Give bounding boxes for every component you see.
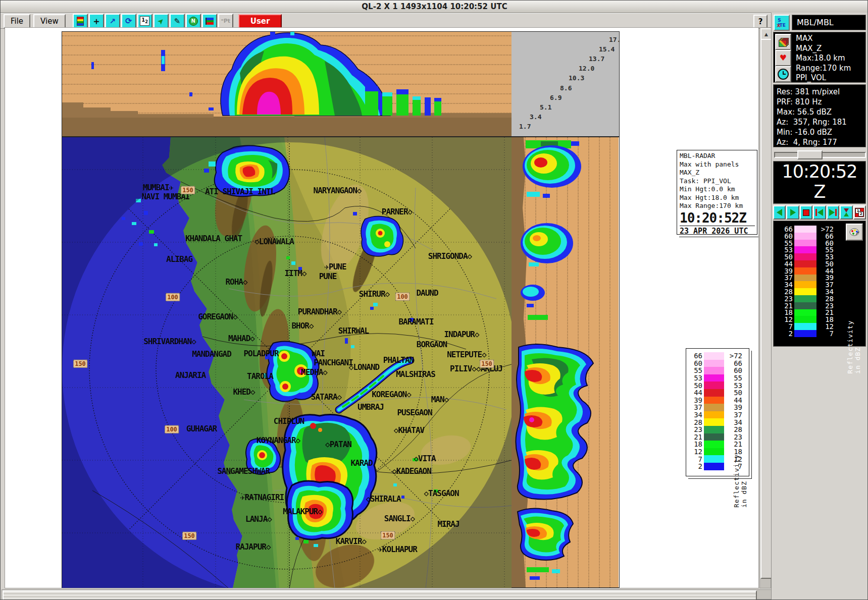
scale-row: 66>72 [688,352,742,360]
product-info-lines: MAXMAX_ZMax:18.0 kmRange:170 kmPPI_VOL [796,34,851,83]
help-button[interactable]: ? [753,15,768,29]
distance-measure-icon[interactable]: ↗ [105,14,120,28]
info-line: Az: 357, Rng: 181 [777,117,865,127]
scale-row: 2123 [688,433,742,441]
annotation-line: Max Hgt:18.0 km [680,194,757,202]
levels-palette-icon[interactable] [73,14,88,28]
window-titlebar[interactable]: QL-2 X 1 1493x1104 10:20:52 UTC [1,1,868,13]
scale-row: 5355 [688,374,742,382]
right-cross-section-panel[interactable] [512,137,620,588]
scale-swatch [704,381,724,389]
scale-row: 5053 [688,381,742,389]
annotation-date: 23 APR 2026 UTC [680,226,755,236]
scale-swatch [704,418,724,426]
scale-swatch [794,295,816,302]
scale-row: 5560 [688,367,742,374]
clock-time: 10:20:52 Z [774,161,865,202]
info-line: PRF: 810 Hz [777,97,865,107]
scale-swatch [704,441,724,448]
annotation-line: Max with panels [680,160,757,169]
radar-map-image [62,137,512,588]
page-order-icon[interactable]: 12 [137,14,152,28]
toolbar-icon-group: ＋↗⟳12➤✎NᵒPt [72,14,233,28]
product-summary-panel: ♥ MAXMAX_ZMax:18.0 kmRange:170 kmPPI_VOL [773,32,866,83]
height-label: 3.4 [530,113,541,121]
site-selector-icon[interactable]: SITE✕ [774,15,790,31]
scale-row: 3739 [688,404,742,411]
scale-title: Reflectivity in dBZ [846,318,861,373]
measurement-info-panel: Res: 381 m/pixelPRF: 810 HzMax: 56.5 dBZ… [773,84,866,147]
scale-swatch [704,463,724,470]
max-product-icon[interactable] [775,34,791,50]
radar-map-panel[interactable]: MUMBAI✈NAVI MUMBAIATI SHIVAJI INTLNARYAN… [62,137,512,588]
schedule-clock-icon[interactable] [775,66,791,82]
stop-button[interactable] [800,205,812,220]
crosshair-icon[interactable]: ＋ [89,14,104,28]
annotation-line: Max Range:170 km [680,202,757,210]
vertical-scrollbar-thumb[interactable] [760,39,772,579]
palette-icon[interactable] [846,224,863,241]
compass-arrow-icon[interactable]: ➤ [154,14,169,28]
scale-swatch [794,267,816,275]
scale-swatch [704,433,724,441]
top-cross-section-image [62,32,512,136]
scale-row: 27 [780,330,834,337]
application-window: QL-2 X 1 1493x1104 10:20:52 UTC File Vie… [0,0,868,600]
product-line: PPI_VOL [796,73,851,83]
page-half-button[interactable]: 12 [853,205,866,220]
window-title: QL-2 X 1 1493x1104 10:20:52 UTC [362,2,507,11]
annotation-lines: MBL-RADARMax with panelsMAX_ZTask: PPI_V… [680,152,757,210]
scale-swatch [794,309,816,316]
product-line: MAX_Z [796,44,851,54]
scale-row: 3437 [688,411,742,419]
time-slider-knob[interactable] [797,150,823,159]
layers-flag-icon[interactable] [202,14,217,28]
info-line: Az: 4, Rng: 177 [777,137,865,147]
display-canvas[interactable]: 17.115.413.712.010.38.66.95.13.41.7 [5,27,759,588]
product-annotation-box: MBL-RADARMax with panelsMAX_ZTask: PPI_V… [677,150,757,235]
skip-last-button[interactable] [827,205,839,220]
vertical-scrollbar[interactable]: ▲ [759,27,771,588]
top-cross-section-panel[interactable] [62,31,512,137]
scale-swatch [794,330,816,337]
height-label: 12.0 [579,65,594,72]
view-menu-button[interactable]: View [33,14,66,28]
refresh-icon[interactable]: ⟳ [121,14,136,28]
live-heart-icon[interactable]: ♥ [775,50,791,66]
scale-row: 2834 [688,418,742,426]
annotation-line: MBL-RADAR [680,152,757,160]
product-line: MAX [796,34,851,44]
height-label: 1.7 [519,123,531,130]
scale-swatch [704,374,724,382]
skip-first-button[interactable] [813,205,826,220]
reflectivity-legend-box[interactable]: 66>7260665560535550534450394437393437283… [686,348,749,476]
scale-swatch [794,233,816,240]
user-button[interactable]: User [238,14,282,28]
annotation-line: MAX_Z [680,169,757,177]
height-label: 15.4 [599,45,615,53]
height-scale-labels: 17.115.413.712.010.38.66.95.13.41.7 [512,32,619,136]
product-line: Range:170 km [796,64,851,74]
draw-pencil-icon[interactable]: ✎ [170,14,185,28]
horizontal-scrollbar[interactable] [2,589,867,599]
height-label: 17.1 [609,36,620,43]
height-scale-box: 17.115.413.712.010.38.66.95.13.41.7 [512,31,620,137]
scale-swatch [794,246,816,253]
play-forward-button[interactable] [786,205,799,220]
annotation-line: Min Hgt:0.0 km [680,185,757,194]
info-line: Max: 56.5 dBZ [777,107,865,117]
annotation-line: Task: PPI_VOL [680,177,757,186]
scale-swatch [794,316,816,323]
scale-swatch [794,260,816,267]
horizontal-scrollbar-thumb[interactable] [3,590,757,600]
time-slider[interactable] [773,150,866,158]
scale-swatch [794,281,816,288]
north-globe-icon[interactable]: N [186,14,201,28]
elevation-step-button[interactable] [840,205,852,220]
scale-swatch [704,426,724,433]
scroll-up-arrow-icon[interactable]: ▲ [760,28,772,40]
file-menu-button[interactable]: File [4,14,30,28]
info-line: Res: 381 m/pixel [777,87,865,97]
step-back-button[interactable] [773,205,786,220]
radar-control-sidebar: SITE✕ MBL/MBL ♥ MAXMAX_ZMax:18.0 kmRange… [771,13,868,600]
